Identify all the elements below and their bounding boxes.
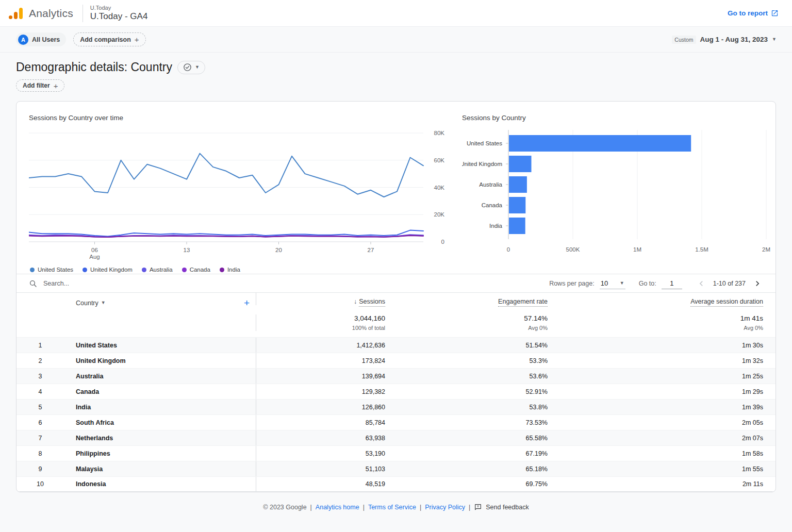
row-sessions: 173,824 — [256, 353, 391, 368]
svg-text:Canada: Canada — [482, 202, 503, 208]
row-engagement: 73.53% — [391, 419, 554, 426]
add-dimension-button[interactable]: + — [244, 298, 250, 308]
separator: | — [363, 504, 365, 511]
next-page-button[interactable] — [752, 278, 763, 289]
totals-engagement-value: 57.14% — [391, 314, 548, 322]
filter-row: Add filter + — [0, 74, 792, 92]
svg-text:500K: 500K — [566, 246, 580, 253]
svg-text:20: 20 — [275, 247, 282, 253]
analytics-home-link[interactable]: Analytics home — [316, 504, 359, 511]
row-duration: 1m 55s — [554, 466, 776, 473]
analytics-brand[interactable]: Analytics — [8, 7, 73, 20]
go-to-label: Go to: — [639, 280, 656, 287]
divider — [82, 5, 83, 22]
app-header: Analytics U.Today U.Today - GA4 Go to re… — [0, 0, 792, 27]
dimension-header-label[interactable]: Country — [76, 300, 98, 307]
terms-of-service-link[interactable]: Terms of Service — [368, 504, 416, 511]
row-rank: 5 — [16, 404, 64, 411]
add-filter-label: Add filter — [23, 82, 50, 89]
sessions-header-label[interactable]: Sessions — [359, 298, 385, 307]
table-header: Country ▼ + ↓Sessions Engagement rate Av… — [16, 293, 776, 313]
svg-text:0: 0 — [441, 239, 444, 245]
chevron-down-icon: ▼ — [620, 281, 624, 286]
legend-label: United States — [38, 267, 73, 273]
row-duration: 1m 39s — [554, 404, 776, 411]
row-sessions: 85,784 — [256, 415, 391, 430]
row-rank: 10 — [16, 480, 64, 488]
duration-column-header: Average session duration — [554, 293, 776, 305]
comparison-bar: A All Users Add comparison + Custom Aug … — [0, 27, 792, 53]
row-country: Malaysia — [64, 466, 256, 473]
svg-text:United Kingdom: United Kingdom — [462, 161, 502, 167]
duration-header-label[interactable]: Average session duration — [690, 298, 763, 307]
date-range-picker[interactable]: Custom Aug 1 - Aug 31, 2023 ▼ — [672, 36, 777, 44]
table-toolbar: Rows per page: 10 ▼ Go to: 1-10 of 237 — [16, 274, 776, 293]
report-card: Sessions by Country over time 020K40K60K… — [16, 101, 776, 492]
row-country: United States — [64, 342, 256, 349]
rows-per-page-select[interactable]: 10 ▼ — [600, 278, 625, 289]
page-footer: © 2023 Google | Analytics home | Terms o… — [0, 503, 792, 511]
bar-chart-title: Sessions by Country — [462, 114, 771, 122]
add-filter-chip[interactable]: Add filter + — [16, 79, 64, 92]
send-feedback-button[interactable]: Send feedback — [474, 503, 529, 511]
legend-label: India — [227, 267, 240, 273]
row-rank: 6 — [16, 419, 64, 426]
legend-item: United Kingdom — [82, 267, 133, 273]
row-sessions: 139,694 — [256, 369, 391, 384]
chevron-down-icon[interactable]: ▼ — [101, 301, 106, 305]
add-comparison-chip[interactable]: Add comparison + — [73, 32, 145, 46]
totals-engagement-sub: Avg 0% — [391, 325, 548, 331]
separator: | — [469, 504, 470, 511]
svg-text:60K: 60K — [434, 157, 445, 163]
svg-text:20K: 20K — [434, 211, 445, 218]
engagement-header-label[interactable]: Engagement rate — [498, 298, 548, 307]
svg-text:0: 0 — [507, 246, 510, 253]
separator: | — [420, 504, 421, 511]
row-duration: 2m 05s — [554, 419, 776, 426]
go-to-report-label: Go to report — [728, 9, 768, 17]
svg-text:Australia: Australia — [479, 181, 502, 188]
search-box — [29, 279, 204, 288]
totals-duration-sub: Avg 0% — [554, 325, 763, 331]
go-to-page-input[interactable] — [662, 278, 682, 289]
table-row: 7Netherlands63,93865.58%2m 07s — [16, 430, 776, 445]
row-sessions: 53,190 — [256, 446, 391, 461]
engagement-column-header: Engagement rate — [391, 293, 554, 305]
row-rank: 8 — [16, 450, 64, 457]
plus-icon: + — [54, 82, 58, 90]
row-engagement: 67.19% — [391, 450, 554, 457]
chart-legend: United StatesUnited KingdomAustraliaCana… — [29, 267, 447, 273]
legend-dot-icon — [142, 268, 146, 272]
svg-text:India: India — [489, 223, 503, 229]
search-input[interactable] — [42, 279, 187, 288]
all-users-chip[interactable]: A All Users — [16, 32, 66, 46]
legend-dot-icon — [220, 268, 224, 272]
previous-page-button[interactable] — [696, 278, 707, 289]
report-status-menu[interactable]: ▼ — [177, 61, 205, 74]
row-country: Philippines — [64, 450, 256, 457]
row-engagement: 52.91% — [391, 388, 554, 395]
legend-item: Australia — [142, 267, 173, 273]
go-to-report-link[interactable]: Go to report — [728, 9, 779, 17]
chevron-down-icon: ▼ — [772, 37, 777, 42]
svg-text:1.5M: 1.5M — [695, 246, 708, 253]
chevron-right-icon — [752, 278, 763, 289]
svg-text:2M: 2M — [762, 246, 770, 253]
row-sessions: 129,382 — [256, 384, 391, 399]
legend-dot-icon — [182, 268, 187, 272]
row-rank: 2 — [16, 357, 64, 364]
pager: 1-10 of 237 — [696, 278, 763, 289]
check-circle-icon — [183, 63, 192, 72]
sessions-by-country-chart: 0500K1M1.5M2MUnited StatesUnited Kingdom… — [462, 128, 771, 263]
svg-text:United States: United States — [467, 140, 502, 146]
legend-item: India — [220, 267, 240, 273]
row-duration: 1m 25s — [554, 373, 776, 380]
svg-text:06: 06 — [91, 247, 98, 253]
table-row: 10Indonesia48,51969.75%2m 11s — [16, 476, 776, 492]
sort-descending-icon: ↓ — [354, 298, 357, 305]
send-feedback-label: Send feedback — [486, 504, 529, 511]
row-country: Canada — [64, 388, 256, 395]
privacy-policy-link[interactable]: Privacy Policy — [425, 504, 465, 511]
property-switcher[interactable]: U.Today U.Today - GA4 — [90, 5, 148, 22]
svg-text:1M: 1M — [633, 246, 641, 253]
